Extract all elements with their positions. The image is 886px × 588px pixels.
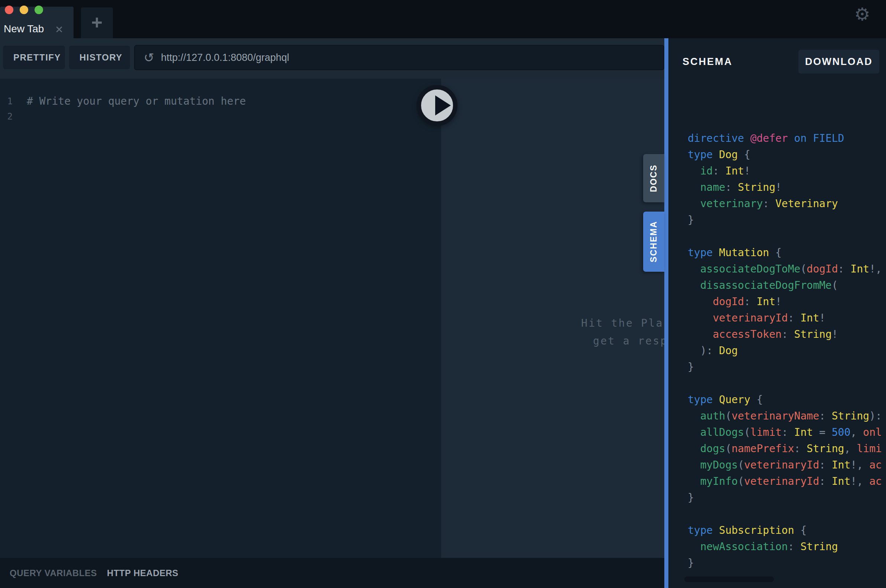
schema-code-line: type Subscription { <box>688 522 886 538</box>
schema-code-line: directive @defer on FIELD <box>688 130 886 147</box>
schema-horizontal-scrollbar[interactable] <box>684 576 774 582</box>
schema-code-line <box>688 506 886 522</box>
schema-code-line: } <box>688 359 886 375</box>
new-tab-button[interactable]: + <box>81 8 113 38</box>
response-placeholder-line2: get a resp <box>593 335 668 347</box>
schema-panel: SCHEMA DOWNLOAD directive @defer on FIEL… <box>668 38 886 588</box>
schema-code-line: myInfo(veterinaryId: Int!, ac <box>688 473 886 490</box>
query-variables-tab[interactable]: QUERY VARIABLES <box>10 568 97 578</box>
schema-code-line: id: Int! <box>688 163 886 179</box>
editor-line: 2 <box>0 109 441 124</box>
bottom-panel-bar: QUERY VARIABLES HTTP HEADERS <box>0 558 664 588</box>
http-headers-tab[interactable]: HTTP HEADERS <box>107 568 178 578</box>
schema-code-line: } <box>688 490 886 506</box>
line-number: 1 <box>0 96 13 106</box>
schema-side-tab-label: SCHEMA <box>649 221 659 262</box>
prettify-button[interactable]: PRETTIFY <box>3 46 65 69</box>
window-minimize-button[interactable] <box>20 6 28 14</box>
tab-title: New Tab <box>4 23 44 35</box>
query-editor-pane[interactable]: 1# Write your query or mutation here2 <box>0 79 441 558</box>
endpoint-url-input[interactable] <box>161 52 664 63</box>
query-editor-lines: 1# Write your query or mutation here2 <box>0 79 441 124</box>
schema-code-line: type Query { <box>688 392 886 408</box>
history-button[interactable]: HISTORY <box>69 46 130 69</box>
endpoint-url-bar: ↺ <box>134 45 664 70</box>
schema-code-line: veterinaryId: Int! <box>688 310 886 326</box>
play-icon <box>435 95 451 116</box>
schema-code-line <box>688 375 886 392</box>
schema-code-line: associateDogToMe(dogId: Int!, <box>688 261 886 277</box>
schema-code-line: myDogs(veterinaryId: Int!, ac <box>688 457 886 473</box>
response-placeholder-line1: Hit the Pla <box>581 317 664 329</box>
editor-line-text: # Write your query or mutation here <box>27 95 246 107</box>
settings-gear-icon[interactable]: ⚙ <box>853 4 872 26</box>
schema-code-line: type Dog { <box>688 147 886 163</box>
schema-code-line <box>688 228 886 244</box>
reload-icon[interactable]: ↺ <box>144 51 155 64</box>
schema-code-line: disassociateDogFromMe( <box>688 277 886 294</box>
tab-bar: New Tab ✕ + ⚙ <box>0 0 886 38</box>
schema-code-line: allDogs(limit: Int = 500, onl <box>688 424 886 441</box>
schema-code-line: dogId: Int! <box>688 294 886 310</box>
execute-play-button[interactable] <box>417 85 458 126</box>
toolbar: PRETTIFY HISTORY ↺ <box>0 38 664 79</box>
docs-side-tab-label: DOCS <box>649 165 659 192</box>
window-zoom-button[interactable] <box>35 6 43 14</box>
docs-side-tab[interactable]: DOCS <box>643 154 664 202</box>
schema-code-line: name: String! <box>688 179 886 196</box>
schema-code-line: newAssociation: String <box>688 538 886 555</box>
schema-panel-title: SCHEMA <box>683 56 733 68</box>
schema-side-tab[interactable]: SCHEMA <box>643 212 664 272</box>
download-schema-button[interactable]: DOWNLOAD <box>798 50 879 74</box>
window-close-button[interactable] <box>5 6 14 14</box>
schema-code-line: type Mutation { <box>688 244 886 261</box>
schema-code-line: } <box>688 555 886 571</box>
schema-code-line: dogs(namePrefix: String, limi <box>688 441 886 457</box>
line-number: 2 <box>0 111 13 122</box>
schema-code-line: ): Dog <box>688 343 886 359</box>
schema-code-line: veterinary: Veterinary <box>688 196 886 212</box>
editor-line: 1# Write your query or mutation here <box>0 93 441 109</box>
close-tab-icon[interactable]: ✕ <box>55 24 63 36</box>
schema-code-line: auth(veterinaryName: String): <box>688 408 886 424</box>
schema-panel-accent-border <box>664 38 668 588</box>
plus-icon: + <box>92 13 102 32</box>
schema-code-line: } <box>688 212 886 228</box>
schema-code-line: accessToken: String! <box>688 326 886 343</box>
schema-code: directive @defer on FIELDtype Dog { id: … <box>668 130 886 588</box>
window-controls <box>5 6 43 14</box>
